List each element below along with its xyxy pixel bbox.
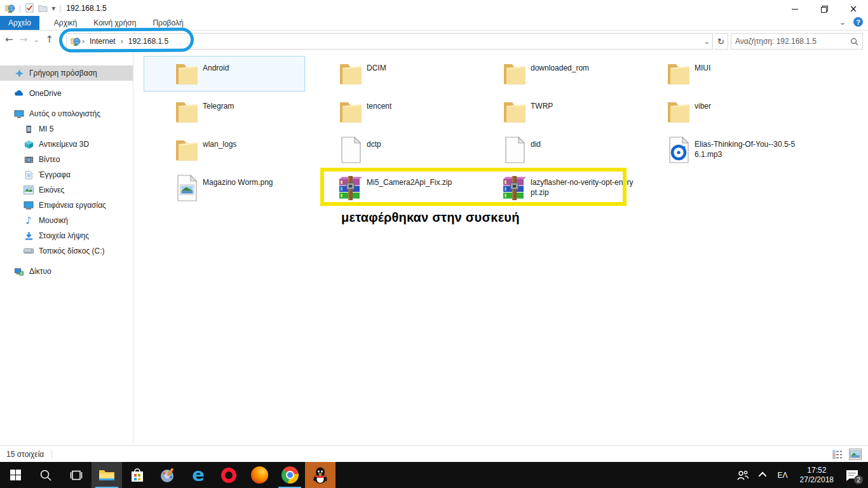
large-icons-view-icon[interactable] [849, 449, 862, 460]
breadcrumb-item[interactable]: Internet [86, 37, 119, 46]
details-view-icon[interactable] [831, 449, 844, 460]
sidebar-item[interactable]: Αντικείμενα 3D [0, 137, 133, 152]
properties-icon[interactable] [25, 3, 34, 13]
taskbar-chrome-button[interactable] [275, 462, 305, 488]
sidebar-item[interactable]: Αυτός ο υπολογιστής [0, 106, 133, 121]
navigation-toolbar: ← → ⌄ ↑ › Internet [0, 31, 868, 52]
taskbar-qq-button[interactable] [305, 462, 336, 488]
action-center-button[interactable]: 2 [840, 462, 868, 488]
minimize-icon [792, 9, 798, 10]
taskbar-paint-button[interactable] [153, 462, 183, 488]
local-disk-icon [24, 247, 34, 255]
ribbon-tab[interactable]: Αρχική [46, 16, 85, 30]
file-tile[interactable]: TWRP [471, 94, 633, 130]
sidebar-item[interactable]: MI 5 [0, 121, 133, 137]
show-hidden-icons-button[interactable] [755, 462, 772, 488]
search-icon[interactable] [850, 37, 858, 46]
clock[interactable]: 17:52 27/2/2018 [794, 466, 840, 485]
close-icon: × [850, 4, 858, 14]
back-button[interactable]: ← [5, 34, 13, 45]
search-icon [39, 469, 52, 482]
chrome-icon [281, 466, 299, 484]
edge-icon: e [192, 466, 205, 484]
file-tile[interactable]: DCIM [308, 56, 469, 92]
sidebar-item-label: Βίντεο [39, 155, 60, 164]
file-name: Telegram [203, 101, 308, 111]
folder-icon [500, 59, 529, 88]
file-name: wlan_logs [203, 139, 308, 149]
new-folder-icon[interactable] [38, 3, 48, 13]
quick-access-star-icon [15, 69, 24, 78]
sidebar-item[interactable]: Εικόνες [0, 182, 133, 198]
file-tile[interactable]: viber [635, 94, 797, 130]
collapse-ribbon-icon[interactable]: ⌄ [839, 18, 846, 27]
folder-icon [336, 97, 365, 126]
file-name: tencent [367, 101, 472, 111]
restore-icon [821, 6, 828, 13]
sidebar-item[interactable]: Τοπικός δίσκος (C:) [0, 243, 133, 259]
address-bar[interactable]: › Internet › 192.168.1.5 ⌄ [66, 33, 713, 50]
breadcrumb-item[interactable]: 192.168.1.5 [125, 37, 172, 46]
start-button[interactable] [0, 462, 31, 488]
folder-icon [664, 97, 693, 126]
sidebar-item[interactable]: Επιφάνεια εργασίας [0, 198, 133, 213]
customize-qat-dropdown[interactable]: ▾ [51, 4, 55, 13]
taskbar-firefox-button[interactable] [244, 462, 275, 488]
file-tile[interactable]: MIUI [635, 56, 797, 92]
sidebar-item[interactable]: Δίκτυο [0, 264, 133, 279]
ribbon-tab[interactable]: Αρχείο [0, 16, 39, 30]
sidebar-item[interactable]: Γρήγορη πρόσβαση [0, 65, 133, 81]
rar-archive-icon [500, 173, 529, 203]
sidebar-item-label: Δίκτυο [29, 267, 51, 276]
file-icon [336, 135, 365, 165]
file-tile[interactable]: lazyflasher-no-verity-opt-encrypt.zip [471, 170, 633, 206]
file-tile[interactable]: Magazino Worm.png [144, 170, 305, 206]
file-tile[interactable]: did [471, 132, 633, 168]
sidebar-item[interactable]: Έγγραφα [0, 167, 133, 182]
sidebar-item-label: Αντικείμενα 3D [39, 140, 89, 149]
quick-access-toolbar: | ▾ | [0, 3, 61, 13]
search-input[interactable] [731, 37, 850, 46]
sidebar-item[interactable]: ♪ Μουσική [0, 213, 133, 228]
taskbar-edge-button[interactable]: e [183, 462, 214, 488]
sidebar-item-label: Έγγραφα [39, 170, 71, 179]
language-label: ΕΛ [778, 471, 788, 480]
people-button[interactable] [731, 462, 755, 488]
sidebar-item[interactable]: OneDrive [0, 86, 133, 101]
help-icon[interactable]: ? [853, 17, 863, 27]
file-name: DCIM [367, 63, 472, 73]
sidebar-item-label: Αυτός ο υπολογιστής [29, 109, 100, 118]
taskbar-store-button[interactable] [122, 462, 153, 488]
address-dropdown-icon[interactable]: ⌄ [704, 37, 710, 46]
file-tile[interactable]: Android [144, 56, 305, 92]
folder-icon [664, 59, 693, 88]
recent-locations-dropdown[interactable]: ⌄ [34, 36, 39, 43]
ribbon-tab[interactable]: Κοινή χρήση [85, 16, 144, 30]
ribbon-tab[interactable]: Προβολή [144, 16, 191, 30]
task-view-button[interactable] [61, 462, 92, 488]
file-tile[interactable]: dctp [308, 132, 469, 168]
refresh-button[interactable]: ↻ [714, 33, 728, 50]
file-tile[interactable]: Telegram [144, 94, 305, 130]
file-tile[interactable]: tencent [308, 94, 469, 130]
image-file-icon [172, 173, 201, 203]
system-tray: ΕΛ 17:52 27/2/2018 2 [731, 462, 868, 488]
qat-separator: | [19, 4, 21, 13]
taskbar-file-explorer-button[interactable] [92, 462, 122, 488]
sidebar-item[interactable]: Βίντεο [0, 152, 133, 167]
forward-button[interactable]: → [20, 34, 28, 45]
taskbar-opera-button[interactable] [214, 462, 244, 488]
sidebar-item-label: Μουσική [39, 216, 68, 225]
up-button[interactable]: ↑ [46, 34, 54, 45]
file-tile[interactable]: Elias-Thinking-Of-You--30.5-56.1.mp3 [635, 132, 797, 168]
file-tile[interactable]: Mi5_Camera2Api_Fix.zip [308, 170, 469, 206]
language-indicator[interactable]: ΕΛ [772, 462, 794, 488]
taskbar-search-button[interactable] [31, 462, 61, 488]
file-name: did [531, 139, 636, 149]
file-tile[interactable]: wlan_logs [144, 132, 305, 168]
paint-palette-icon [159, 467, 176, 484]
taskbar: e [0, 462, 868, 488]
sidebar-item[interactable]: Στοιχεία λήψης [0, 228, 133, 243]
file-tile[interactable]: downloaded_rom [471, 56, 633, 92]
desktop-screen: | ▾ | 192.168.1.5 × Αρχ [0, 0, 868, 488]
